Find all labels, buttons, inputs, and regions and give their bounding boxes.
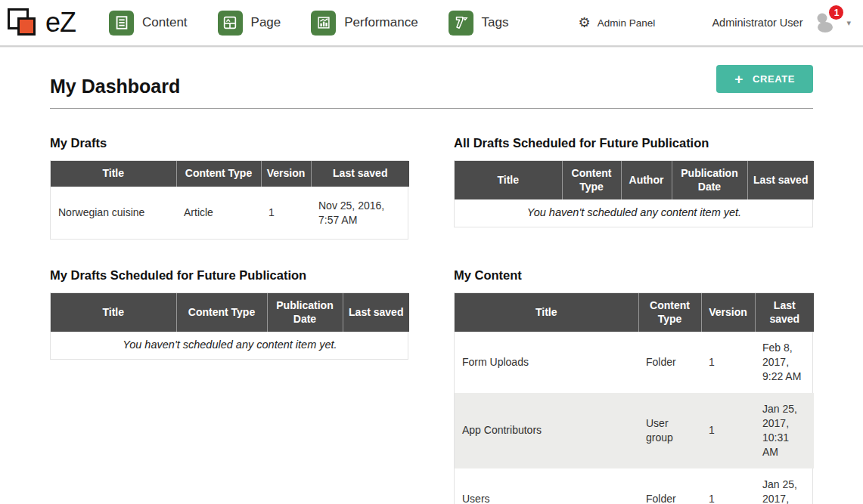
gear-icon: ⚙︎ [579, 16, 591, 29]
page-icon [218, 11, 243, 36]
column-header: Last saved [755, 293, 814, 332]
column-header: Author [621, 161, 672, 199]
empty-state-message: You haven't scheduled any content item y… [51, 332, 409, 359]
column-header: Last saved [747, 161, 814, 199]
nav-label-tags: Tags [482, 15, 509, 30]
my-drafts-title: My Drafts [50, 136, 408, 150]
cell-version: 1 [701, 468, 755, 504]
empty-state-message: You haven't scheduled any content item y… [455, 199, 814, 227]
cell-content-type: User group [638, 393, 701, 468]
main-nav: Content Page [109, 11, 509, 36]
content-icon [109, 11, 134, 36]
cell-version: 1 [701, 332, 755, 393]
cell-last-saved: Jan 25, 2017, 7:58 AM [755, 468, 814, 504]
page-title: My Dashboard [50, 76, 180, 97]
section-my-scheduled: My Drafts Scheduled for Future Publicati… [50, 268, 408, 504]
notification-badge[interactable]: 1 [829, 5, 843, 20]
admin-panel-label: Admin Panel [598, 17, 656, 29]
column-header: Title [51, 161, 176, 187]
column-header: Title [455, 293, 638, 332]
nav-item-tags[interactable]: Tags [449, 11, 509, 36]
my-content-title: My Content [454, 268, 813, 283]
cell-title: Users [455, 468, 638, 504]
nav-label-content: Content [142, 15, 188, 30]
cell-title: App Contributors [455, 393, 638, 468]
section-all-scheduled: All Drafts Scheduled for Future Publicat… [454, 136, 813, 240]
nav-label-page: Page [251, 15, 281, 30]
column-header: Version [701, 293, 755, 332]
cell-content-type: Article [176, 187, 261, 240]
cell-content-type: Folder [638, 468, 701, 504]
plus-icon: + [734, 73, 743, 85]
column-header: Publication Date [267, 293, 343, 332]
create-button[interactable]: + CREATE [716, 65, 813, 93]
all-scheduled-table: Title Content Type Author Publication Da… [455, 161, 814, 227]
empty-state-row: You haven't scheduled any content item y… [51, 332, 409, 359]
column-header: Version [261, 161, 311, 187]
ez-logo-text: eZ [45, 7, 76, 39]
nav-item-content[interactable]: Content [109, 11, 188, 36]
section-my-content: My Content Title Content Type Version La… [454, 268, 813, 504]
ez-logo-icon [8, 5, 44, 40]
cell-title: Norwegian cuisine [51, 187, 176, 240]
column-header: Content Type [638, 293, 701, 332]
admin-panel-button[interactable]: ⚙︎ Admin Panel [579, 16, 656, 29]
dashboard-main: My Dashboard + CREATE My Drafts Title Co… [0, 47, 863, 504]
cell-content-type: Folder [638, 332, 701, 393]
my-scheduled-table: Title Content Type Publication Date Last… [51, 293, 409, 359]
cell-last-saved: Nov 25, 2016, 7:57 AM [311, 187, 409, 240]
user-menu[interactable]: Administrator User 1 ▾ [712, 11, 851, 35]
all-scheduled-title: All Drafts Scheduled for Future Publicat… [454, 136, 813, 150]
cell-last-saved: Feb 8, 2017, 9:22 AM [755, 332, 814, 393]
column-header: Last saved [311, 161, 409, 187]
tags-icon [449, 11, 473, 36]
nav-item-page[interactable]: Page [218, 11, 281, 36]
nav-label-performance: Performance [344, 15, 418, 30]
empty-state-row: You haven't scheduled any content item y… [455, 199, 814, 227]
nav-item-performance[interactable]: Performance [311, 11, 418, 36]
table-row[interactable]: Norwegian cuisine Article 1 Nov 25, 2016… [51, 187, 409, 240]
cell-title: Form Uploads [455, 332, 638, 393]
column-header: Publication Date [672, 161, 747, 199]
chevron-down-icon: ▾ [846, 18, 851, 28]
table-row[interactable]: App Contributors User group 1 Jan 25, 20… [455, 393, 814, 468]
cell-version: 1 [701, 393, 755, 468]
column-header: Title [51, 293, 176, 332]
cell-version: 1 [261, 187, 311, 240]
column-header: Last saved [343, 293, 409, 332]
my-scheduled-title: My Drafts Scheduled for Future Publicati… [50, 268, 408, 283]
my-drafts-table: Title Content Type Version Last saved No… [51, 161, 409, 239]
column-header: Content Type [176, 161, 261, 187]
create-button-label: CREATE [753, 73, 795, 85]
ez-logo[interactable]: eZ [8, 5, 76, 40]
column-header: Content Type [176, 293, 267, 332]
table-row[interactable]: Form Uploads Folder 1 Feb 8, 2017, 9:22 … [455, 332, 814, 393]
column-header: Content Type [562, 161, 621, 199]
column-header: Title [455, 161, 562, 199]
performance-icon [311, 11, 336, 36]
cell-last-saved: Jan 25, 2017, 10:31 AM [755, 393, 814, 468]
my-content-table: Title Content Type Version Last saved Fo… [455, 293, 814, 504]
table-row[interactable]: Users Folder 1 Jan 25, 2017, 7:58 AM [455, 468, 814, 504]
user-name: Administrator User [712, 17, 802, 29]
topbar: eZ Content Pag [0, 0, 863, 47]
section-my-drafts: My Drafts Title Content Type Version Las… [50, 136, 408, 240]
